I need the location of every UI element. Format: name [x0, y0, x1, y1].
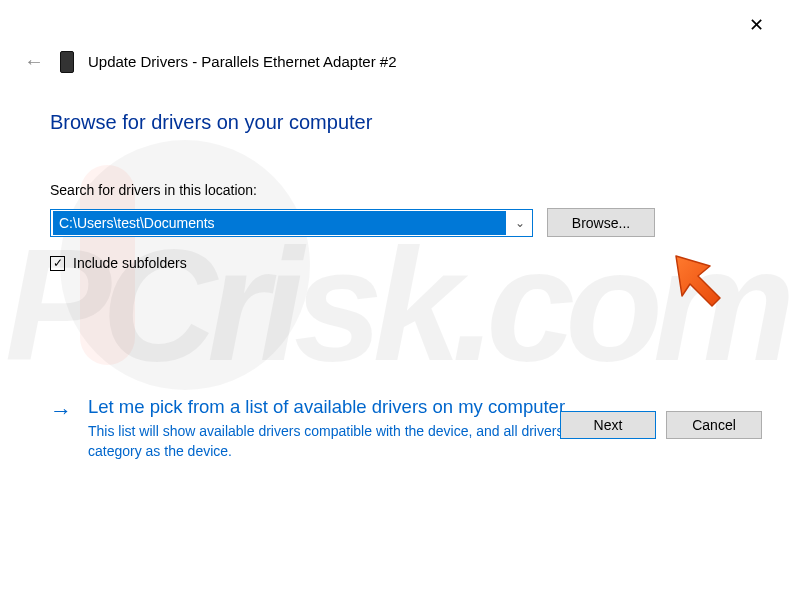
next-button[interactable]: Next: [560, 411, 656, 439]
include-subfolders-row[interactable]: ✓ Include subfolders: [50, 255, 740, 271]
header: ← Update Drivers - Parallels Ethernet Ad…: [0, 0, 790, 75]
cancel-button[interactable]: Cancel: [666, 411, 762, 439]
search-location-label: Search for drivers in this location:: [50, 182, 740, 198]
chevron-down-icon[interactable]: ⌄: [508, 216, 532, 230]
include-subfolders-label: Include subfolders: [73, 255, 187, 271]
close-button[interactable]: ✕: [739, 8, 774, 42]
path-combobox[interactable]: C:\Users\test\Documents ⌄: [50, 209, 533, 237]
path-value: C:\Users\test\Documents: [53, 211, 506, 235]
footer: Next Cancel: [560, 411, 762, 439]
include-subfolders-checkbox[interactable]: ✓: [50, 256, 65, 271]
arrow-right-icon: →: [50, 396, 72, 424]
browse-button[interactable]: Browse...: [547, 208, 655, 237]
window-title: Update Drivers - Parallels Ethernet Adap…: [88, 53, 397, 70]
back-arrow-icon[interactable]: ←: [22, 48, 46, 75]
device-icon: [60, 51, 74, 73]
page-title: Browse for drivers on your computer: [50, 111, 740, 134]
